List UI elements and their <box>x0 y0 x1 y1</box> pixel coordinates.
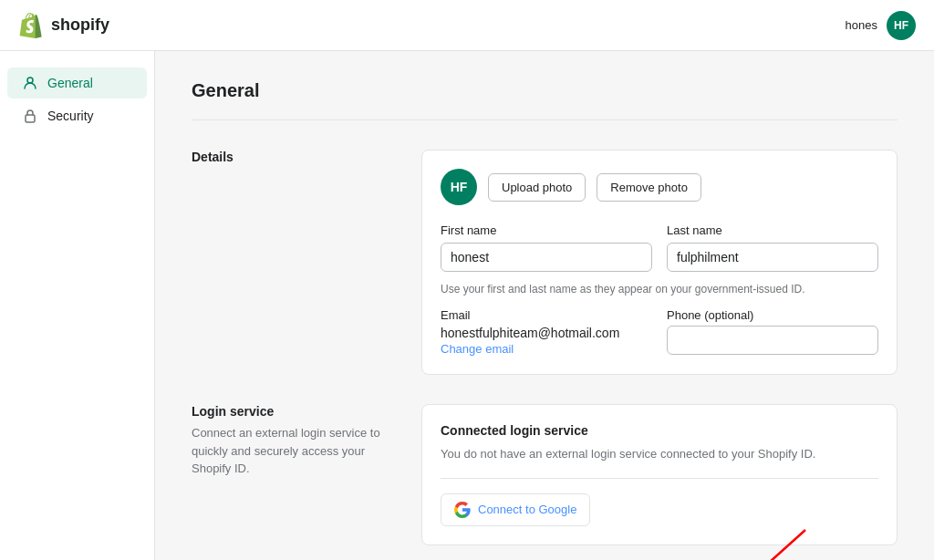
login-service-label-area: Login service Connect an external login … <box>192 404 392 545</box>
name-hint: Use your first and last name as they app… <box>441 283 878 296</box>
login-divider <box>441 478 878 479</box>
svg-rect-1 <box>26 115 35 122</box>
connected-service-title: Connected login service <box>441 423 878 438</box>
svg-point-0 <box>27 78 33 83</box>
logo: shopify <box>18 13 109 38</box>
details-section: Details HF Upload photo Remove photo Fir… <box>192 150 898 375</box>
details-label-area: Details <box>192 150 392 375</box>
details-content: HF Upload photo Remove photo First name … <box>421 150 898 375</box>
last-name-input[interactable] <box>667 243 878 272</box>
user-icon <box>22 75 38 91</box>
first-name-input[interactable] <box>441 243 652 272</box>
lock-icon <box>22 108 38 124</box>
sidebar-security-label: Security <box>47 109 94 123</box>
email-value: honestfulphiteam@hotmail.com <box>441 326 652 340</box>
topnav-avatar[interactable]: HF <box>887 11 916 40</box>
phone-group: Phone (optional) <box>667 308 878 356</box>
login-service-section: Login service Connect an external login … <box>192 404 898 545</box>
sidebar-item-security[interactable]: Security <box>7 100 147 131</box>
first-name-group: First name <box>441 223 652 272</box>
email-label: Email <box>441 308 652 322</box>
login-service-heading: Login service <box>192 404 392 419</box>
last-name-label: Last name <box>667 223 878 237</box>
details-heading: Details <box>192 150 392 164</box>
email-phone-row: Email honestfulphiteam@hotmail.com Chang… <box>441 308 878 356</box>
connected-service-desc: You do not have an external login servic… <box>441 445 878 463</box>
page-title: General <box>192 80 898 101</box>
topnav-right: hones HF <box>846 11 916 40</box>
first-name-label: First name <box>441 223 652 237</box>
phone-label: Phone (optional) <box>667 308 878 322</box>
name-row: First name Last name <box>441 223 878 272</box>
google-icon <box>454 502 471 518</box>
main-content: General Details HF Upload photo Remove p… <box>155 51 934 560</box>
change-email-link[interactable]: Change email <box>441 342 652 356</box>
phone-input[interactable] <box>667 326 878 355</box>
sidebar: General Security <box>0 51 155 560</box>
logo-text: shopify <box>51 16 109 35</box>
title-separator <box>192 119 898 120</box>
sidebar-general-label: General <box>47 76 93 90</box>
top-navigation: shopify hones HF <box>0 0 934 51</box>
last-name-group: Last name <box>667 223 878 272</box>
sidebar-item-general[interactable]: General <box>7 67 147 99</box>
remove-photo-button[interactable]: Remove photo <box>597 173 701 202</box>
shopify-logo-icon <box>18 13 44 38</box>
connect-google-button[interactable]: Connect to Google <box>441 493 590 526</box>
connect-google-label: Connect to Google <box>478 503 576 516</box>
login-service-content: Connected login service You do not have … <box>421 404 898 545</box>
layout: General Security General Details <box>0 51 934 560</box>
avatar-row: HF Upload photo Remove photo <box>441 169 878 205</box>
upload-photo-button[interactable]: Upload photo <box>488 173 586 202</box>
topnav-username: hones <box>846 18 877 32</box>
login-service-description: Connect an external login service to qui… <box>192 424 392 478</box>
user-avatar: HF <box>441 169 477 205</box>
email-group: Email honestfulphiteam@hotmail.com Chang… <box>441 308 652 356</box>
